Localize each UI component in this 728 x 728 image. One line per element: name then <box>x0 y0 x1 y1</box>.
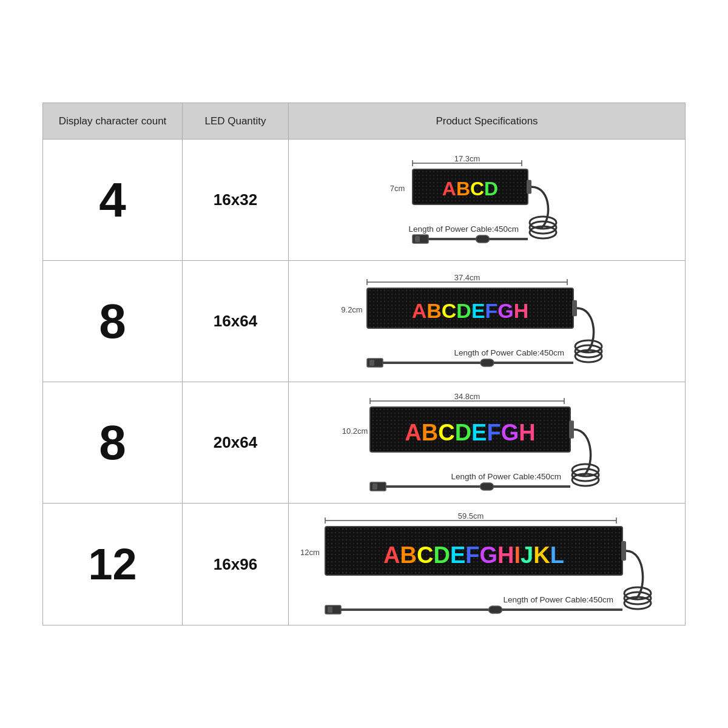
svg-point-1072 <box>471 416 472 417</box>
svg-point-1483 <box>565 442 567 443</box>
svg-point-2252 <box>593 554 595 555</box>
svg-point-1815 <box>477 536 478 537</box>
svg-point-963 <box>474 409 476 410</box>
svg-point-1431 <box>376 442 377 443</box>
svg-point-46 <box>448 175 449 176</box>
svg-point-29 <box>499 171 500 172</box>
svg-point-71 <box>426 178 427 180</box>
svg-point-695 <box>373 315 374 317</box>
svg-point-1752 <box>542 532 544 533</box>
svg-point-392 <box>493 294 494 295</box>
svg-point-2247 <box>575 554 576 555</box>
svg-point-355 <box>562 290 564 291</box>
svg-point-2563 <box>546 568 547 570</box>
svg-point-335 <box>490 290 491 291</box>
svg-point-948 <box>420 409 421 410</box>
svg-point-2645 <box>550 572 551 573</box>
svg-point-1730 <box>462 532 463 533</box>
svg-point-891 <box>475 326 476 328</box>
svg-point-2543 <box>473 568 474 570</box>
svg-point-1891 <box>459 539 460 541</box>
svg-point-694 <box>369 315 371 317</box>
svg-point-1080 <box>500 416 501 417</box>
svg-point-2021 <box>342 547 343 548</box>
svg-point-2176 <box>612 550 613 551</box>
svg-point-390 <box>486 294 487 295</box>
svg-point-36 <box>524 171 525 172</box>
svg-point-991 <box>376 413 377 414</box>
svg-point-73 <box>433 178 434 180</box>
svg-point-1078 <box>493 416 494 417</box>
svg-point-16 <box>451 171 453 172</box>
svg-point-959 <box>460 409 461 410</box>
svg-point-845 <box>511 323 513 324</box>
svg-point-2410 <box>579 561 580 562</box>
svg-point-2180 <box>331 554 332 555</box>
svg-point-890 <box>471 326 473 328</box>
svg-point-2003 <box>571 543 573 544</box>
svg-point-2652 <box>575 572 576 573</box>
svg-point-1858 <box>339 539 340 541</box>
svg-point-395 <box>504 294 505 295</box>
svg-point-1814 <box>473 536 474 537</box>
svg-point-1666 <box>524 528 525 530</box>
svg-point-1633 <box>404 528 405 530</box>
svg-point-372 <box>420 294 422 295</box>
svg-point-1692 <box>619 528 620 530</box>
svg-point-65 <box>517 175 518 176</box>
svg-point-2336 <box>604 558 605 559</box>
svg-point-835 <box>475 323 476 324</box>
svg-point-2431 <box>360 565 362 566</box>
svg-point-2007 <box>586 543 587 544</box>
svg-point-1014 <box>460 413 461 414</box>
svg-point-1012 <box>453 413 454 414</box>
svg-text:Length of Power Cable:450cm: Length of Power Cable:450cm <box>503 595 613 604</box>
svg-point-415 <box>373 297 374 298</box>
svg-point-2325 <box>564 558 565 559</box>
svg-point-63 <box>510 175 511 176</box>
svg-point-465 <box>555 297 556 298</box>
svg-point-1632 <box>400 528 402 530</box>
svg-point-283 <box>521 200 522 201</box>
svg-point-1729 <box>459 532 460 533</box>
svg-point-1724 <box>440 532 442 533</box>
svg-point-1204 <box>551 423 552 425</box>
svg-point-2337 <box>608 558 609 559</box>
svg-point-2650 <box>568 572 569 573</box>
svg-point-971 <box>504 409 505 410</box>
svg-point-1059 <box>423 416 425 417</box>
svg-point-1781 <box>353 536 354 537</box>
svg-point-1103 <box>383 420 385 421</box>
svg-point-641 <box>380 312 382 313</box>
svg-point-1653 <box>477 528 478 530</box>
svg-point-1425 <box>554 438 556 439</box>
svg-point-635 <box>562 308 564 309</box>
svg-point-1735 <box>480 532 482 533</box>
svg-point-2638 <box>524 572 525 573</box>
svg-point-412 <box>566 294 567 295</box>
svg-point-2518 <box>382 568 383 570</box>
svg-point-2174 <box>604 550 605 551</box>
svg-point-2335 <box>601 558 602 559</box>
svg-point-270 <box>473 200 474 201</box>
svg-point-1531 <box>540 445 541 447</box>
svg-point-2620 <box>459 572 460 573</box>
svg-point-1790 <box>386 536 387 537</box>
svg-point-1035 <box>536 413 538 414</box>
svg-point-55 <box>480 175 482 176</box>
svg-point-194 <box>422 193 423 194</box>
svg-point-1612 <box>328 528 329 530</box>
svg-point-1206 <box>558 423 559 425</box>
svg-point-686 <box>544 312 545 313</box>
svg-point-1687 <box>601 528 602 530</box>
svg-point-912 <box>551 326 553 328</box>
svg-point-1490 <box>391 445 392 447</box>
svg-point-1620 <box>357 528 358 530</box>
char-count-value: 8 <box>99 294 126 349</box>
svg-point-2170 <box>590 550 591 551</box>
svg-point-407 <box>548 294 549 295</box>
svg-point-472 <box>377 301 378 302</box>
svg-point-1022 <box>489 413 490 414</box>
svg-point-1315 <box>554 431 556 432</box>
svg-point-1816 <box>480 536 482 537</box>
